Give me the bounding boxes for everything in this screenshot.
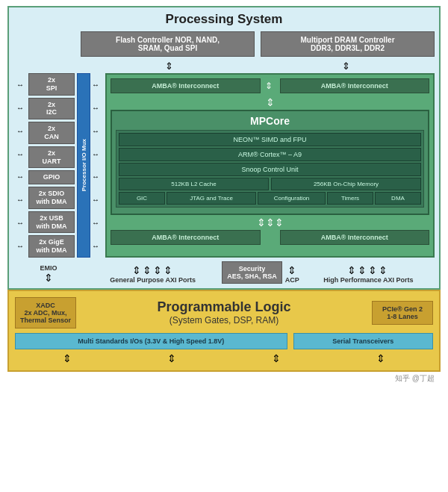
neon-row: NEON™ SIMD and FPU <box>119 133 421 146</box>
general-axi-section: ⇕⇕⇕⇕ General Purpose AXI Ports <box>87 264 219 284</box>
chips-row: GIC JTAG and Trace Configuration Timers … <box>119 192 421 205</box>
io-i2c: 2xI2C <box>28 98 75 120</box>
ps-title: Processing System <box>13 12 435 27</box>
amba-top-left: AMBA® Interconnect <box>111 78 261 93</box>
io-mux-label: Processor I/O Mux <box>81 139 87 191</box>
io-boxes: 2xSPI 2xI2C 2xCAN 2xUART GPIO 2x SDIOwit… <box>28 73 75 258</box>
amba-bottom-left: AMBA® Interconnect <box>111 230 261 245</box>
amba-top-right: AMBA® Interconnect <box>280 78 430 93</box>
io-right-arrows: ↔ ↔ ↔ ↔ ↔ ↔ ↔ ↔ <box>90 73 101 258</box>
dram-controller: Multiport DRAM ControllerDDR3, DDR3L, DD… <box>261 31 435 57</box>
amba-top: AMBA® Interconnect ⇕ AMBA® Interconnect <box>111 78 429 93</box>
io-spi: 2xSPI <box>28 73 75 96</box>
mpcore-title: MPCore <box>116 115 424 127</box>
ctrl-arrows: ⇕ ⇕ <box>81 60 435 72</box>
arm-row: ARM® Cortex™ – A9 <box>119 148 421 161</box>
full-diagram: Processing System Flash Controller NOR, … <box>7 6 441 385</box>
config-chip: Configuration <box>258 192 326 205</box>
amba-bottom: AMBA® Interconnect AMBA® Interconnect <box>111 230 429 245</box>
cache-memory-row: 512KB L2 Cache 256KB On-Chip Memory <box>119 178 421 190</box>
watermark: 知乎 @丁超 <box>7 372 441 385</box>
timers-chip: Timers <box>327 192 373 205</box>
l2cache: 512KB L2 Cache <box>119 178 269 190</box>
snoop-row: Snoop Control Unit <box>119 163 421 176</box>
xadc-box: XADC2x ADC, Mux,Thermal Sensor <box>15 297 76 328</box>
emio-section: EMIO ⇕ <box>13 264 84 284</box>
left-arrows: ↔ ↔ ↔ ↔ ↔ ↔ ↔ ↔ <box>13 73 27 258</box>
pl-bottom-row: Multi Standards I/Os (3.3V & High Speed … <box>15 333 433 349</box>
top-controllers-row: Flash Controller NOR, NAND,SRAM, Quad SP… <box>81 31 435 57</box>
multi-std-box: Multi Standards I/Os (3.3V & High Speed … <box>15 333 287 349</box>
io-uart: 2xUART <box>28 146 75 169</box>
jtag-chip: JTAG and Trace <box>167 192 256 205</box>
flash-controller: Flash Controller NOR, NAND,SRAM, Quad SP… <box>81 31 255 57</box>
amba-mpcore-area: AMBA® Interconnect ⇕ AMBA® Interconnect … <box>105 73 435 258</box>
mpcore-inner: NEON™ SIMD and FPU ARM® Cortex™ – A9 Sno… <box>116 130 424 208</box>
middle-section: ↔ ↔ ↔ ↔ ↔ ↔ ↔ ↔ 2xSPI 2xI2C 2xCAN 2xUART… <box>13 73 435 258</box>
io-mux-bar: Processor I/O Mux <box>77 73 90 258</box>
io-gige: 2x GigEwith DMA <box>28 235 75 258</box>
pl-title-area: Programmable Logic (System Gates, DSP, R… <box>82 299 366 326</box>
mpcore-box: MPCore NEON™ SIMD and FPU ARM® Cortex™ –… <box>111 110 429 215</box>
serial-trans-box: Serial Transceivers <box>293 333 433 349</box>
pl-section: XADC2x ADC, Mux,Thermal Sensor Programma… <box>7 290 441 372</box>
emio-label: EMIO <box>40 264 57 272</box>
io-gpio: GPIO <box>28 170 75 184</box>
general-axi-label: General Purpose AXI Ports <box>87 276 219 284</box>
pl-subtitle: (System Gates, DSP, RAM) <box>82 315 366 326</box>
io-usb: 2x USBwith DMA <box>28 211 75 234</box>
amba-bottom-right: AMBA® Interconnect <box>280 230 430 245</box>
io-can: 2xCAN <box>28 122 75 144</box>
pl-arrows: ⇕ ⇕ ⇕ ⇕ <box>15 352 433 364</box>
processing-system: Processing System Flash Controller NOR, … <box>7 6 441 290</box>
security-section: SecurityAES, SHA, RSA <box>222 261 282 284</box>
dma-chip: DMA <box>375 192 421 205</box>
acp-label: ACP <box>285 276 299 284</box>
high-perf-axi-section: ⇕⇕⇕⇕ High Performance AXI Ports <box>302 264 435 284</box>
onchip-mem: 256KB On-Chip Memory <box>271 178 421 190</box>
pl-top-row: XADC2x ADC, Mux,Thermal Sensor Programma… <box>15 297 433 328</box>
gic-chip: GIC <box>119 192 165 205</box>
acp-section: ⇕ ACP <box>285 264 299 284</box>
security-box: SecurityAES, SHA, RSA <box>222 261 282 284</box>
high-perf-axi-label: High Performance AXI Ports <box>302 276 435 284</box>
ps-bottom: EMIO ⇕ ⇕⇕⇕⇕ General Purpose AXI Ports Se… <box>13 261 435 284</box>
io-sdio: 2x SDIOwith DMA <box>28 187 75 209</box>
pl-title: Programmable Logic <box>82 299 366 315</box>
io-section: ↔ ↔ ↔ ↔ ↔ ↔ ↔ ↔ 2xSPI 2xI2C 2xCAN 2xUART… <box>13 73 101 258</box>
pcie-box: PCIe® Gen 21-8 Lanes <box>372 301 433 325</box>
